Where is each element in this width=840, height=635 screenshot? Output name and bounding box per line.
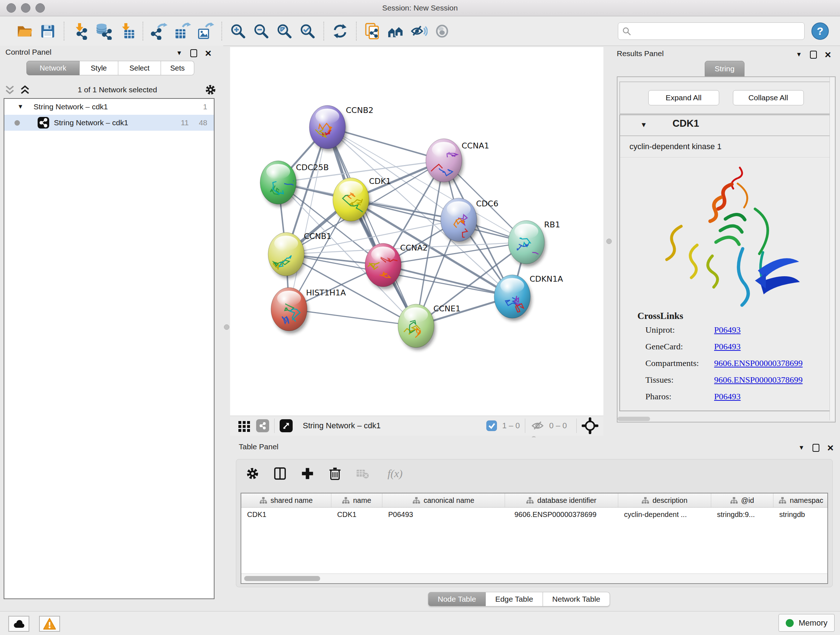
cloud-status-button[interactable]: [8, 616, 29, 632]
delete-table-button[interactable]: [354, 464, 371, 483]
function-builder-button[interactable]: f(x): [381, 464, 409, 483]
network-row[interactable]: String Network – cdk1 11 48: [4, 115, 214, 131]
export-table-button[interactable]: [172, 21, 192, 41]
panel-float-icon[interactable]: [810, 51, 817, 59]
collapse-all-networks-icon[interactable]: [4, 84, 16, 96]
vertical-splitter-handle[interactable]: [606, 239, 612, 244]
help-button[interactable]: ?: [811, 22, 829, 40]
tab-node-table[interactable]: Node Table: [428, 592, 486, 606]
column-header[interactable]: canonical name: [382, 494, 505, 507]
import-table-from-file-button[interactable]: [117, 21, 136, 41]
status-bar: Memory: [0, 611, 840, 635]
show-eye-button[interactable]: [432, 21, 452, 41]
panel-menu-icon[interactable]: ▼: [796, 51, 802, 58]
import-database-icon: [95, 22, 112, 40]
zoom-in-button[interactable]: [228, 21, 248, 41]
documents-network-icon: [364, 22, 381, 40]
crosslink-label: Uniprot:: [620, 325, 714, 335]
hide-selected-button[interactable]: [409, 21, 429, 41]
table-settings-button[interactable]: [243, 464, 262, 483]
tab-sets[interactable]: Sets: [161, 61, 194, 75]
expand-all-button[interactable]: Expand All: [648, 90, 719, 105]
tab-string[interactable]: String: [705, 61, 745, 78]
import-network-from-file-button[interactable]: [71, 21, 90, 41]
zoom-selected-button[interactable]: [298, 21, 317, 41]
crosslinks-block: CrossLinks Uniprot: P06493 GeneCard: P06…: [620, 310, 832, 405]
grid-view-icon[interactable]: [237, 419, 251, 432]
detach-view-icon[interactable]: [279, 419, 293, 432]
crosslink-link[interactable]: P06493: [714, 325, 741, 335]
network-collection-row[interactable]: ▼ String Network – cdk1 1: [4, 99, 214, 115]
save-session-button[interactable]: [38, 21, 57, 41]
tab-select[interactable]: Select: [118, 61, 161, 75]
eye-slash-icon: [410, 22, 428, 40]
crosslink-row: Tissues: 9606.ENSP00000378699: [620, 371, 832, 388]
expand-all-networks-icon[interactable]: [19, 84, 31, 96]
column-header[interactable]: shared name: [241, 494, 332, 507]
open-session-button[interactable]: [15, 21, 34, 41]
network-canvas[interactable]: CCNB2CCNA1CDC25BCDK1CDC6RB1CCNB1CCNA2CDK…: [230, 47, 603, 416]
tab-style[interactable]: Style: [80, 61, 118, 75]
export-image-button[interactable]: [196, 21, 215, 41]
gear-icon[interactable]: [204, 83, 218, 97]
column-header[interactable]: database identifier: [505, 494, 618, 507]
warnings-button[interactable]: [39, 616, 60, 632]
attribute-icon: [779, 497, 786, 504]
table-horizontal-scrollbar[interactable]: [241, 573, 827, 583]
toolbar-separator: [324, 22, 324, 41]
table-cell: P06493: [382, 510, 505, 519]
left-splitter-handle[interactable]: [224, 325, 229, 330]
column-header[interactable]: namespac: [774, 494, 828, 507]
tab-network-table[interactable]: Network Table: [543, 592, 610, 606]
import-network-from-database-button[interactable]: [94, 21, 113, 41]
column-header[interactable]: name: [332, 494, 382, 507]
node-count: 11: [181, 119, 189, 127]
search-input[interactable]: [631, 24, 801, 39]
column-header[interactable]: description: [618, 494, 711, 507]
panel-close-icon[interactable]: ×: [825, 51, 831, 58]
panel-close-icon[interactable]: ×: [827, 445, 834, 451]
tree-expander-icon[interactable]: ▼: [17, 103, 24, 111]
refresh-view-button[interactable]: [330, 21, 350, 41]
column-header[interactable]: @id: [711, 494, 774, 507]
panel-menu-icon[interactable]: ▼: [176, 50, 182, 57]
results-vertical-scrollbar[interactable]: [829, 77, 834, 420]
panel-float-icon[interactable]: [190, 49, 197, 57]
crosslink-link[interactable]: 9606.ENSP00000378699: [714, 358, 803, 368]
panel-menu-icon[interactable]: ▼: [798, 444, 805, 451]
tab-edge-table[interactable]: Edge Table: [486, 592, 543, 606]
gene-section-header[interactable]: ▼ CDK1: [620, 115, 832, 136]
show-column-button[interactable]: [271, 464, 289, 483]
crosslink-row: Compartments: 9606.ENSP00000378699: [620, 355, 832, 371]
home-layout-button[interactable]: [386, 21, 406, 41]
zoom-out-button[interactable]: [251, 21, 271, 41]
panel-close-icon[interactable]: ×: [205, 50, 212, 57]
tab-network[interactable]: Network: [27, 61, 80, 75]
results-horizontal-scroll-thumb[interactable]: [617, 417, 650, 421]
scrollbar-thumb[interactable]: [244, 576, 320, 581]
crosslink-link[interactable]: 9606.ENSP00000378699: [714, 375, 803, 385]
table-row[interactable]: CDK1CDK1P064939606.ENSP00000378699cyclin…: [241, 508, 827, 521]
copy-style-button[interactable]: [363, 21, 382, 41]
export-network-button[interactable]: [149, 21, 169, 41]
crosslink-link[interactable]: P06493: [714, 342, 741, 352]
section-expander-icon[interactable]: ▼: [640, 121, 647, 129]
control-panel-tabs: Network Style Select Sets: [27, 61, 194, 75]
export-image-icon: [197, 22, 214, 40]
network-share-view-icon[interactable]: [256, 419, 269, 432]
network-view-title: String Network – cdk1: [303, 421, 381, 431]
network-view[interactable]: CCNB2CCNA1CDC25BCDK1CDC6RB1CCNB1CCNA2CDK…: [230, 47, 603, 416]
delete-column-button[interactable]: [326, 464, 344, 483]
birdseye-crosshair-icon[interactable]: [582, 417, 598, 434]
memory-button[interactable]: Memory: [778, 614, 835, 632]
panel-float-icon[interactable]: [813, 444, 819, 452]
selected-checkbox-icon[interactable]: [486, 420, 497, 431]
create-column-button[interactable]: [298, 464, 317, 483]
node-label: CDK1: [369, 177, 391, 186]
network-edge[interactable]: [289, 127, 327, 309]
collapse-all-button[interactable]: Collapse All: [733, 90, 804, 105]
hidden-eye-slash-icon: [531, 420, 545, 432]
crosslink-link[interactable]: P06493: [714, 392, 741, 402]
zoom-fit-button[interactable]: [275, 21, 294, 41]
results-panel: Results Panel ▼ × String Expand All Coll…: [614, 47, 840, 435]
